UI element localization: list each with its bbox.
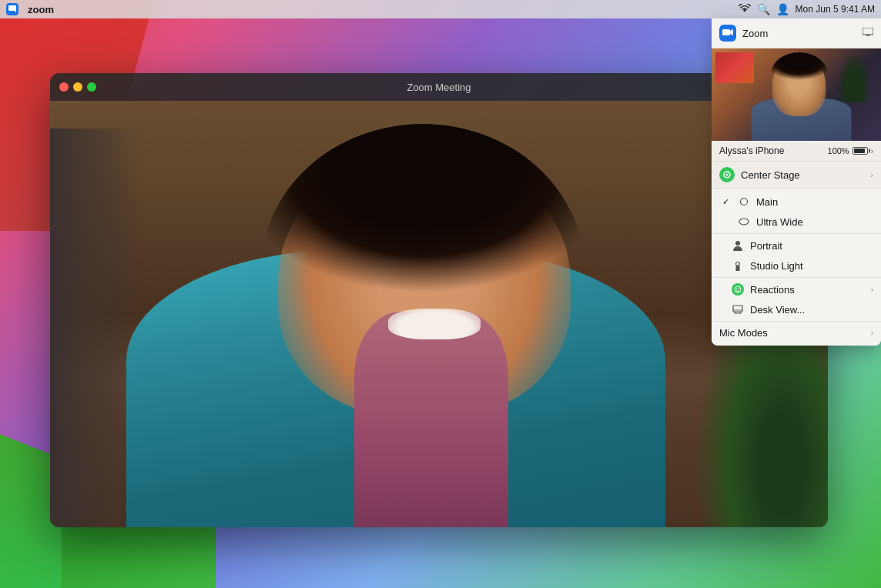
svg-marker-3 [730,29,733,35]
battery-label: 100% [828,146,849,155]
reactions-icon [732,283,744,296]
user-icon[interactable]: 👤 [776,3,789,15]
main-camera-icon [738,195,750,208]
menu-item-portrait-label: Portrait [750,240,873,252]
studio-light-icon [732,259,744,272]
thumbnail-artwork [715,52,754,83]
menubar-time: Mon Jun 5 9:41 AM [796,4,875,15]
menu-item-mic-modes-label: Mic Modes [719,327,865,339]
menu-item-ultra-wide[interactable]: Ultra Wide [712,212,881,232]
minimize-button[interactable] [73,82,82,92]
svg-rect-4 [863,28,873,35]
battery-icon [853,147,868,155]
menubar-zoom-icon[interactable] [6,3,18,15]
device-chevron-icon[interactable]: › [871,147,873,155]
check-mark-icon: ✓ [719,197,732,207]
center-stage-chevron-icon: › [870,170,873,179]
thumbnail-person-hair [770,52,828,99]
menu-section: ✓ Main Ultra Wide [712,189,881,346]
thumbnail-plant [839,56,869,102]
svg-rect-2 [722,29,730,35]
panel-header-title: Zoom [742,28,856,39]
person-smile [388,309,481,339]
center-stage-icon [719,167,735,182]
wifi-icon [739,4,751,15]
menu-item-desk-view[interactable]: Desk View... [712,299,881,319]
reactions-arrow-icon: › [871,286,873,294]
menu-item-desk-view-label: Desk View... [750,304,873,316]
svg-rect-0 [8,5,16,11]
menu-divider-3 [712,321,881,322]
menu-item-reactions-label: Reactions [750,284,865,296]
zoom-notification-panel: Zoom Alyssa's iPhone 100% [712,18,881,346]
menu-divider-1 [712,233,881,234]
traffic-lights [59,82,96,92]
maximize-button[interactable] [87,82,96,92]
person-hair [261,124,585,416]
menubar-right: 🔍 👤 Mon Jun 5 9:41 AM [739,3,875,15]
center-stage-row[interactable]: Center Stage › [712,162,881,189]
menu-divider-2 [712,277,881,278]
svg-point-16 [739,288,739,289]
svg-point-9 [726,174,729,176]
device-name: Alyssa's iPhone [719,145,784,156]
search-icon[interactable]: 🔍 [757,3,770,15]
menubar-app-name[interactable]: zoom [28,4,54,15]
svg-rect-17 [733,306,742,312]
menu-item-studio-light-label: Studio Light [750,260,873,272]
ultra-wide-camera-icon [738,215,750,228]
svg-point-11 [739,219,749,225]
svg-point-10 [741,199,748,205]
portrait-icon [732,239,744,252]
mic-modes-arrow-icon: › [871,329,873,337]
panel-header: Zoom [712,18,881,48]
menu-item-mic-modes[interactable]: Mic Modes › [712,323,881,342]
window-title: Zoom Meeting [407,82,471,93]
svg-point-15 [736,288,737,289]
menu-item-portrait[interactable]: Portrait [712,236,881,256]
center-stage-label: Center Stage [741,169,864,181]
device-row: Alyssa's iPhone 100% › [712,141,881,162]
battery-fill [854,149,865,153]
svg-point-12 [735,241,740,246]
menu-item-main-label: Main [756,196,873,208]
menu-item-reactions[interactable]: Reactions › [712,279,881,299]
screen-icon [863,28,873,38]
menu-item-main[interactable]: ✓ Main [712,192,881,212]
panel-thumbnail [712,48,881,141]
menu-item-ultra-wide-label: Ultra Wide [756,216,873,228]
menubar: zoom 🔍 👤 Mon Jun 5 9:41 AM [0,0,881,18]
menu-item-studio-light[interactable]: Studio Light [712,256,881,276]
desk-view-icon [732,303,744,316]
zoom-app-icon [719,25,736,42]
device-battery: 100% › [828,146,873,155]
close-button[interactable] [59,82,69,92]
menubar-left: zoom [6,3,54,15]
